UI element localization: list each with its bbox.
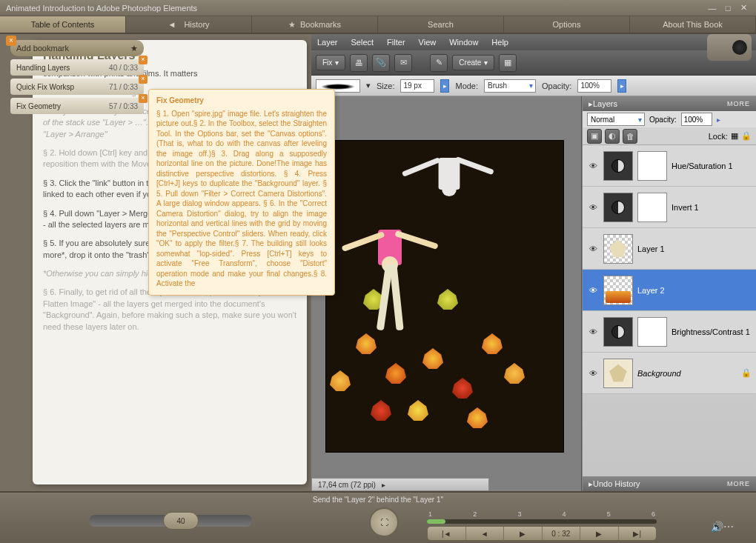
panel-more-button[interactable]: MORE (727, 100, 750, 107)
lock-pixels-icon[interactable]: ▦ (731, 131, 738, 141)
canvas-area[interactable]: 17,64 cm (72 ppi) ▸ (311, 96, 582, 491)
main-area: Handling Layers comparison with prints a… (0, 34, 756, 491)
page-slider[interactable]: 40 (89, 515, 252, 527)
undo-history-tab[interactable]: ▸ Undo History MORE (583, 476, 756, 491)
tab-about[interactable]: About This Book (630, 16, 756, 33)
opacity-popup-arrow[interactable]: ▸ (617, 79, 626, 93)
create-button[interactable]: Create ▾ (452, 55, 494, 70)
layer-thumb (603, 234, 633, 264)
layer-name: Invert 1 (672, 203, 699, 212)
menu-window[interactable]: Window (449, 38, 478, 47)
back-arrow-icon: ◄ (168, 20, 184, 29)
bookmark-item[interactable]: Quick Fix Worksp 71 / 0:33 × (10, 79, 144, 95)
menu-view[interactable]: View (419, 38, 437, 47)
add-bookmark-button[interactable]: × Add bookmark ★ (10, 40, 144, 56)
size-popup-arrow[interactable]: ▸ (440, 79, 449, 93)
end-button[interactable]: ▶| (619, 527, 657, 540)
layer-mask (637, 151, 667, 181)
menu-select[interactable]: Select (351, 38, 374, 47)
delete-layer-icon[interactable]: 🗑 (623, 129, 637, 144)
brush-icon[interactable]: ✎ (430, 54, 448, 72)
layer-row[interactable]: 👁 Brightness/Contrast 1 (583, 311, 756, 353)
tab-bookmarks[interactable]: ★Bookmarks (252, 16, 378, 33)
layer-row-selected[interactable]: 👁 Layer 2 (583, 270, 756, 311)
lock-all-icon[interactable]: 🔒 (741, 131, 752, 141)
tab-search[interactable]: Search (378, 16, 504, 33)
print-icon[interactable]: 🖶 (350, 54, 368, 72)
layer-row[interactable]: 👁 Layer 1 (583, 228, 756, 270)
rewind-button[interactable]: |◄ (428, 527, 466, 540)
star-icon: ★ (130, 44, 138, 53)
titlebar: Animated Introduction to Adobe Photoshop… (0, 0, 756, 16)
layer-name: Layer 1 (637, 244, 665, 253)
blend-mode-select[interactable]: Normal (587, 113, 645, 126)
grid-icon[interactable]: ▦ (499, 54, 517, 72)
remove-icon[interactable]: × (139, 56, 147, 64)
maximize-button[interactable]: □ (721, 2, 735, 13)
layer-row-background[interactable]: 👁 Background 🔒 (583, 353, 756, 394)
tab-toc[interactable]: Table of Contents (0, 16, 126, 33)
close-button[interactable]: ✕ (737, 2, 750, 13)
left-pane: Handling Layers comparison with prints a… (0, 34, 311, 491)
timeline-ticks: 1 2 3 4 5 6 (427, 510, 657, 518)
menu-help[interactable]: Help (491, 38, 508, 47)
minimize-button[interactable]: — (706, 2, 719, 13)
layer-name: Layer 2 (637, 286, 665, 295)
layer-mask (637, 317, 667, 347)
panel-close-icon[interactable]: × (6, 36, 16, 46)
layer-row[interactable]: 👁 Hue/Saturation 1 (583, 145, 756, 187)
layer-thumb (603, 193, 633, 222)
visibility-icon[interactable]: 👁 (587, 244, 599, 253)
tooltip-fix-geometry: Fix Geometry § 1. Open "spire.jpg" image… (148, 89, 335, 296)
star-icon: ★ (288, 20, 296, 30)
page-knob[interactable]: 40 (163, 512, 199, 530)
adjustment-layer-icon[interactable]: ◐ (605, 129, 620, 144)
next-button[interactable]: ▶ (580, 527, 619, 540)
fix-button[interactable]: Fix ▾ (316, 55, 345, 70)
time-display: 0 : 32 (543, 527, 581, 540)
layers-panel: ▸ Layers MORE Normal Opacity: 100% ▸ ▣ ◐… (582, 96, 756, 491)
size-field[interactable]: 19 px (400, 79, 434, 93)
visibility-icon[interactable]: 👁 (587, 286, 599, 295)
visibility-icon[interactable]: 👁 (587, 327, 599, 336)
visibility-icon[interactable]: 👁 (587, 203, 599, 212)
layer-opacity-field[interactable]: 100% (681, 113, 712, 126)
visibility-icon[interactable]: 👁 (587, 161, 599, 170)
attach-icon[interactable]: 📎 (372, 54, 390, 72)
main-tabs: Table of Contents ◄History ★Bookmarks Se… (0, 16, 756, 34)
progress-bar[interactable] (427, 519, 657, 524)
window-title: Animated Introduction to Adobe Photoshop… (6, 4, 703, 13)
layers-panel-tab[interactable]: ▸ Layers MORE (583, 96, 756, 111)
bookmark-item[interactable]: Handling Layers 40 / 0:33 × (10, 59, 144, 76)
mode-select[interactable]: Brush (484, 79, 536, 93)
layer-row[interactable]: 👁 Invert 1 (583, 187, 756, 228)
tab-history[interactable]: ◄History (126, 16, 252, 33)
layer-thumb (603, 359, 633, 388)
remove-icon[interactable]: × (139, 94, 147, 103)
panel-more-button[interactable]: MORE (727, 480, 750, 487)
menu-filter[interactable]: Filter (387, 38, 405, 47)
play-button[interactable]: ▶ (504, 527, 543, 540)
layer-thumb (603, 151, 633, 181)
photoshop-window: Layer Select Filter View Window Help Fix… (311, 34, 756, 491)
visibility-icon[interactable]: 👁 (587, 369, 599, 378)
size-label: Size: (377, 81, 394, 90)
bookmark-item[interactable]: Fix Geometry 57 / 0:33 × (10, 98, 144, 114)
tab-options[interactable]: Options (504, 16, 630, 33)
lock-icon: 🔒 (741, 368, 752, 378)
camera-decoration (707, 34, 752, 61)
status-arrow-icon[interactable]: ▸ (382, 481, 385, 489)
mode-label: Mode: (455, 81, 478, 90)
remove-icon[interactable]: × (139, 75, 147, 84)
tooltip-body: § 1. Open "spire.jpg" image file. Let's … (156, 110, 327, 288)
timeline: 1 2 3 4 5 6 |◄ ◄ ▶ 0 : 32 ▶ ▶| (427, 510, 657, 541)
opacity-label: Opacity: (542, 81, 571, 90)
volume-icon[interactable]: 🔊⋯ (711, 521, 734, 533)
mail-icon[interactable]: ✉ (394, 54, 412, 72)
menu-layer[interactable]: Layer (317, 38, 338, 47)
layer-name: Brightness/Contrast 1 (672, 327, 750, 336)
fullscreen-button[interactable]: ⛶ (369, 507, 399, 537)
opacity-field[interactable]: 100% (577, 79, 611, 93)
new-layer-icon[interactable]: ▣ (587, 129, 602, 144)
prev-button[interactable]: ◄ (466, 527, 505, 540)
